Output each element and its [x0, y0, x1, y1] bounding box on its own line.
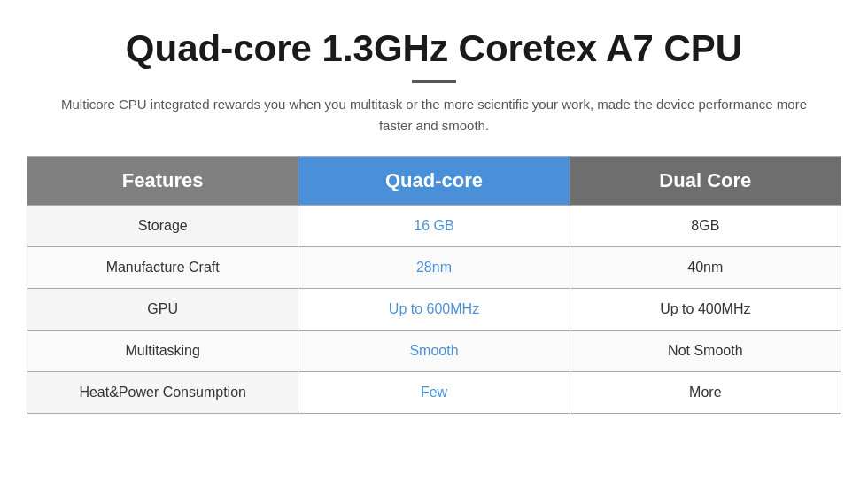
cell-quadcore-value: Smooth: [298, 331, 570, 372]
cell-quadcore-value: Few: [298, 372, 570, 414]
column-header-features: Features: [27, 157, 298, 206]
table-row: GPUUp to 600MHzUp to 400MHz: [27, 289, 841, 331]
cell-feature: Manufacture Craft: [27, 247, 298, 289]
cell-feature: Multitasking: [27, 331, 298, 372]
cell-dualcore-value: 40nm: [570, 247, 841, 289]
page-title: Quad-core 1.3GHz Coretex A7 CPU: [126, 27, 742, 71]
cell-feature: Heat&Power Consumption: [27, 372, 298, 414]
cell-feature: Storage: [27, 206, 298, 247]
cell-quadcore-value: 28nm: [298, 247, 570, 289]
table-row: Manufacture Craft28nm40nm: [27, 247, 841, 289]
cell-dualcore-value: Not Smooth: [570, 331, 841, 372]
column-header-dualcore: Dual Core: [570, 157, 841, 206]
title-divider: [412, 80, 456, 83]
table-row: Storage16 GB8GB: [27, 206, 841, 247]
table-row: Heat&Power ConsumptionFewMore: [27, 372, 841, 414]
cell-quadcore-value: Up to 600MHz: [298, 289, 570, 331]
cell-dualcore-value: More: [570, 372, 841, 414]
cell-feature: GPU: [27, 289, 298, 331]
cell-dualcore-value: Up to 400MHz: [570, 289, 841, 331]
table-row: MultitaskingSmoothNot Smooth: [27, 331, 841, 372]
table-header-row: Features Quad-core Dual Core: [27, 157, 841, 206]
cell-dualcore-value: 8GB: [570, 206, 841, 247]
column-header-quadcore: Quad-core: [298, 157, 570, 206]
subtitle: Multicore CPU integrated rewards you whe…: [53, 94, 815, 136]
cell-quadcore-value: 16 GB: [298, 206, 570, 247]
comparison-table: Features Quad-core Dual Core Storage16 G…: [27, 156, 841, 414]
